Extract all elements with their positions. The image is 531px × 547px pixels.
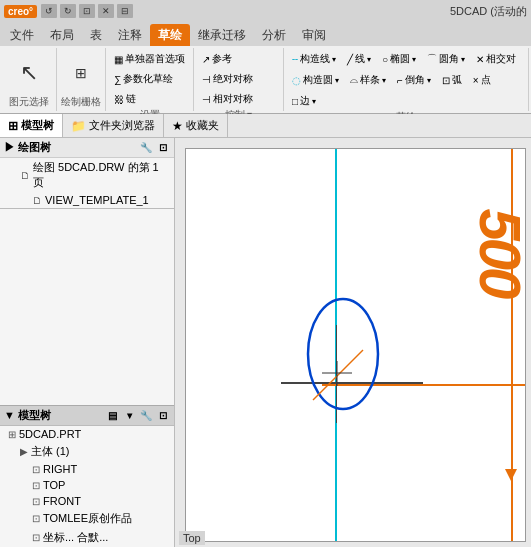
point-icon: × bbox=[473, 75, 479, 86]
undo-icon[interactable]: ↺ bbox=[41, 4, 57, 18]
model-tab-icon: ⊞ bbox=[8, 119, 18, 133]
tab-analysis[interactable]: 分析 bbox=[254, 24, 294, 46]
arc-btn[interactable]: ⌓ 样条 ▾ bbox=[346, 71, 390, 89]
orange-arrow-down bbox=[505, 469, 517, 481]
grid-draw-tool[interactable]: ⊞ bbox=[67, 55, 95, 91]
tab-annotation[interactable]: 注释 bbox=[110, 24, 150, 46]
chamfer-dropdown[interactable]: ▾ bbox=[427, 76, 431, 85]
filter2-icon[interactable]: ⊡ bbox=[156, 409, 170, 423]
model-item-prt[interactable]: ⊞ 5DCAD.PRT bbox=[0, 426, 174, 442]
layers-icon[interactable]: ▤ bbox=[105, 409, 119, 423]
grid-draw-icon: ⊞ bbox=[75, 65, 87, 81]
line-dropdown[interactable]: ▾ bbox=[367, 55, 371, 64]
app-title: 5DCAD (活动的 bbox=[450, 4, 527, 19]
model-item-body[interactable]: ▶ 主体 (1) bbox=[0, 442, 174, 461]
tab-file[interactable]: 文件 bbox=[2, 24, 42, 46]
app-logo: creo° bbox=[4, 5, 37, 18]
edge-btn[interactable]: □ 边 ▾ bbox=[288, 92, 320, 110]
cc-dropdown[interactable]: ▾ bbox=[335, 76, 339, 85]
ellipse-btn[interactable]: ○ 椭圆 ▾ bbox=[378, 50, 420, 68]
settings-icon[interactable]: ▾ bbox=[122, 409, 136, 423]
tab-inherit[interactable]: 继承迁移 bbox=[190, 24, 254, 46]
plane-icon-front: ⊡ bbox=[32, 496, 40, 507]
dimension-label: 500 bbox=[468, 209, 531, 297]
model-item-tomlee[interactable]: ⊡ TOMLEE原创作品 bbox=[0, 509, 174, 528]
reference-btn[interactable]: ↗ 参考 bbox=[198, 50, 279, 68]
title-bar-left: creo° ↺ ↻ ⊡ ✕ ⊟ bbox=[4, 4, 133, 18]
corner-btn[interactable]: ⌒ 圆角 ▾ bbox=[423, 50, 469, 68]
construct-circle-btn[interactable]: ◌ 构造圆 ▾ bbox=[288, 71, 343, 89]
drawing-item-2[interactable]: 🗋 VIEW_TEMPLATE_1 bbox=[0, 192, 174, 208]
model-item-front[interactable]: ⊡ FRONT bbox=[0, 493, 174, 509]
absolute-ref-btn[interactable]: ⊣ 绝对对称 bbox=[198, 70, 279, 88]
model-item-coord[interactable]: ⊡ 坐标... 合默... bbox=[0, 528, 174, 547]
edge-icon: □ bbox=[292, 96, 298, 107]
wrench2-icon[interactable]: 🔧 bbox=[139, 409, 153, 423]
chamfer-btn[interactable]: ⌐ 倒角 ▾ bbox=[393, 71, 435, 89]
body-icon: ▶ bbox=[20, 446, 28, 457]
model-tree-icons: ▤ ▾ 🔧 ⊡ bbox=[105, 409, 170, 423]
drawing-area: 500 bbox=[185, 148, 526, 542]
select-group: ↖ 图元选择 bbox=[2, 48, 57, 111]
left-panel: ▶ 绘图树 🔧 ⊡ 🗋 绘图 5DCAD.DRW 的第 1 页 🗋 VIEW_T… bbox=[0, 138, 175, 547]
sec-tab-folder[interactable]: 📁 文件夹浏览器 bbox=[63, 114, 164, 137]
close-window-icon[interactable]: ✕ bbox=[98, 4, 114, 18]
title-bar: creo° ↺ ↻ ⊡ ✕ ⊟ 5DCAD (活动的 bbox=[0, 0, 531, 22]
grid-icon[interactable]: ⊡ bbox=[79, 4, 95, 18]
tab-layout[interactable]: 布局 bbox=[42, 24, 82, 46]
arc-dropdown[interactable]: ▾ bbox=[382, 76, 386, 85]
setup-group: ▦ 单独器首选项 ∑ 参数化草绘 ⛓ 链 设置 bbox=[106, 48, 194, 111]
sketch-group: ╌ 构造线 ▾ ╱ 线 ▾ ○ 椭圆 ▾ ⌒ 圆角 ▾ ✕ bbox=[284, 48, 529, 111]
rel-ref-icon: ⊣ bbox=[202, 94, 211, 105]
chain-btn[interactable]: ⛓ 链 bbox=[110, 90, 189, 108]
restore-icon[interactable]: ⊟ bbox=[117, 4, 133, 18]
model-item-right[interactable]: ⊡ RIGHT bbox=[0, 461, 174, 477]
sec-tab-model[interactable]: ⊞ 模型树 bbox=[0, 114, 63, 137]
param-sketch-btn[interactable]: ∑ 参数化草绘 bbox=[110, 70, 189, 88]
construct-line-btn[interactable]: ╌ 构造线 ▾ bbox=[288, 50, 340, 68]
construct-line-icon: ╌ bbox=[292, 54, 298, 65]
star-tab-icon: ★ bbox=[172, 119, 183, 133]
line-btn[interactable]: ╱ 线 ▾ bbox=[343, 50, 375, 68]
offset-btn[interactable]: ⊡ 弧 bbox=[438, 71, 466, 89]
ribbon-tabs: 文件 布局 表 注释 草绘 继承迁移 分析 审阅 bbox=[0, 22, 531, 46]
drawing-tree-header: ▶ 绘图树 🔧 ⊡ bbox=[0, 138, 174, 158]
intersection-btn[interactable]: ✕ 相交对 bbox=[472, 50, 520, 68]
tab-table[interactable]: 表 bbox=[82, 24, 110, 46]
param-sketch-icon: ∑ bbox=[114, 74, 121, 85]
sec-tab-favorite[interactable]: ★ 收藏夹 bbox=[164, 114, 228, 137]
drawing-tree-icons: 🔧 ⊡ bbox=[139, 141, 170, 155]
drawing-tree-section: ▶ 绘图树 🔧 ⊡ 🗋 绘图 5DCAD.DRW 的第 1 页 🗋 VIEW_T… bbox=[0, 138, 174, 209]
corner-lines-svg bbox=[322, 361, 352, 386]
control-group: ↗ 参考 ⊣ 绝对对称 ⊣ 相对对称 控制 ▾ bbox=[194, 48, 284, 111]
ellipse-dropdown[interactable]: ▾ bbox=[412, 55, 416, 64]
cline-dropdown[interactable]: ▾ bbox=[332, 55, 336, 64]
offset-icon: ⊡ bbox=[442, 75, 450, 86]
relative-ref-btn[interactable]: ⊣ 相对对称 bbox=[198, 90, 279, 108]
model-item-top[interactable]: ⊡ TOP bbox=[0, 477, 174, 493]
tab-review[interactable]: 审阅 bbox=[294, 24, 334, 46]
redo-icon[interactable]: ↻ bbox=[60, 4, 76, 18]
lower-area: ⊞ 模型树 📁 文件夹浏览器 ★ 收藏夹 ▶ 绘图树 🔧 ⊡ bbox=[0, 114, 531, 547]
edge-dropdown[interactable]: ▾ bbox=[312, 97, 316, 106]
line-icon: ╱ bbox=[347, 54, 353, 65]
single-select-btn[interactable]: ▦ 单独器首选项 bbox=[110, 50, 189, 68]
cursor-tool[interactable]: ↖ bbox=[11, 53, 47, 93]
model-tree-header: ▼ 模型树 ▤ ▾ 🔧 ⊡ bbox=[0, 406, 174, 426]
doc-icon-2: 🗋 bbox=[32, 195, 42, 206]
prt-icon: ⊞ bbox=[8, 429, 16, 440]
select-label: 图元选择 bbox=[9, 95, 49, 109]
single-select-icon: ▦ bbox=[114, 54, 123, 65]
cursor-icon: ↖ bbox=[20, 60, 38, 86]
ribbon-toolbar: ↖ 图元选择 ⊞ 绘制栅格 ▦ 单独器首选项 ∑ 参数化草绘 ⛓ 链 bbox=[0, 46, 531, 114]
chamfer-icon: ⌐ bbox=[397, 75, 403, 86]
plane-icon-top: ⊡ bbox=[32, 480, 40, 491]
filter-icon[interactable]: ⊡ bbox=[156, 141, 170, 155]
model-tree-section: ▼ 模型树 ▤ ▾ 🔧 ⊡ ⊞ 5DCAD.PRT ▶ 主体 (1) bbox=[0, 405, 174, 547]
wrench-icon[interactable]: 🔧 bbox=[139, 141, 153, 155]
status-text: Top bbox=[179, 531, 205, 545]
point-btn[interactable]: × 点 bbox=[469, 71, 495, 89]
tab-sketch[interactable]: 草绘 bbox=[150, 24, 190, 46]
drawing-item-1[interactable]: 🗋 绘图 5DCAD.DRW 的第 1 页 bbox=[0, 158, 174, 192]
corner-dropdown[interactable]: ▾ bbox=[461, 55, 465, 64]
